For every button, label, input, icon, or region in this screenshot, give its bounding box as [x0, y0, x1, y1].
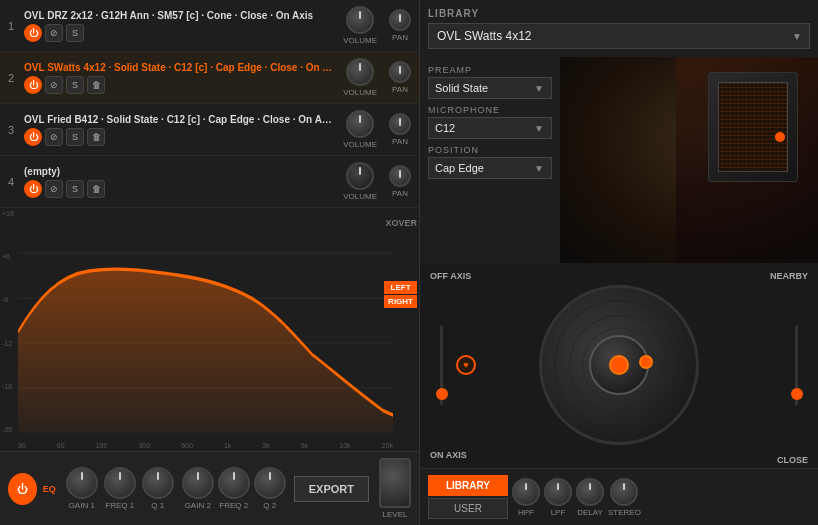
- position-group: POSITION Cap Edge ▼: [428, 145, 552, 179]
- preamp-select-wrapper: Solid State ▼: [428, 77, 552, 99]
- volume-knob[interactable]: [346, 162, 374, 190]
- library-dropdown[interactable]: OVL SWatts 4x12: [428, 23, 810, 49]
- track-power-button[interactable]: ⏻: [24, 76, 42, 94]
- track-mute-button[interactable]: ⊘: [45, 128, 63, 146]
- right-button[interactable]: RIGHT: [384, 295, 417, 308]
- volume-label: VOLUME: [343, 140, 377, 149]
- stereo-knob[interactable]: [610, 478, 638, 506]
- track-number: 1: [8, 20, 20, 32]
- axis-slider-thumb[interactable]: [436, 388, 448, 400]
- gain1-label: GAIN 1: [69, 501, 95, 510]
- gain2-label: GAIN 2: [185, 501, 211, 510]
- mic-select-wrapper: C12 ▼: [428, 117, 552, 139]
- track-knob-group: VOLUME PAN: [339, 110, 411, 149]
- track-row-active: 2 OVL SWatts 4x12 · Solid State · C12 [c…: [0, 52, 419, 104]
- speaker-grille: [718, 82, 788, 172]
- track-knob-group: VOLUME PAN: [339, 6, 411, 45]
- position-label: POSITION: [428, 145, 552, 155]
- track-controls: ⏻ ⊘ S 🗑: [24, 180, 335, 198]
- gain1-knob[interactable]: [66, 467, 98, 499]
- microphone-dropdown[interactable]: C12: [428, 117, 552, 139]
- track-info: OVL SWatts 4x12 · Solid State · C12 [c] …: [24, 62, 335, 94]
- track-row: 1 OVL DRZ 2x12 · G12H Ann · SM57 [c] · C…: [0, 0, 419, 52]
- mic-dot-indicator: [639, 355, 653, 369]
- mic-icon: ♥: [463, 360, 468, 370]
- pan-label: PAN: [392, 137, 408, 146]
- pan-knob[interactable]: [389, 61, 411, 83]
- speaker-cabinet-image: [560, 57, 818, 263]
- volume-knob[interactable]: [346, 58, 374, 86]
- track-mute-button[interactable]: ⊘: [45, 76, 63, 94]
- speaker-cone[interactable]: [539, 285, 699, 445]
- volume-knob[interactable]: [346, 110, 374, 138]
- track-power-button[interactable]: ⏻: [24, 128, 42, 146]
- eq-section: +18 +6 -6 -12 -18 -36 30 60 100 300 600 …: [0, 208, 419, 525]
- export-button[interactable]: EXPORT: [294, 476, 369, 502]
- track-power-button[interactable]: ⏻: [24, 24, 42, 42]
- user-button[interactable]: USER: [428, 498, 508, 519]
- close-label: CLOSE: [777, 455, 808, 465]
- track-delete-button[interactable]: 🗑: [87, 128, 105, 146]
- freq1-knob[interactable]: [104, 467, 136, 499]
- eq-power-button[interactable]: ⏻: [8, 473, 37, 505]
- library-select-wrapper: OVL SWatts 4x12 ▼: [428, 23, 810, 49]
- library-user-buttons: LIBRARY USER: [428, 475, 508, 519]
- mic-icon-circle: ♥: [456, 355, 476, 375]
- freq-label: 300: [138, 442, 150, 449]
- left-button[interactable]: LEFT: [384, 281, 417, 294]
- track-power-button[interactable]: ⏻: [24, 180, 42, 198]
- speaker-params: PREAMP Solid State ▼ MICROPHONE C12 ▼: [420, 57, 560, 263]
- track-solo-button[interactable]: S: [66, 24, 84, 42]
- proximity-slider-thumb[interactable]: [791, 388, 803, 400]
- track-name-empty: (empty): [24, 166, 335, 177]
- track-delete-button[interactable]: 🗑: [87, 180, 105, 198]
- freq2-knob[interactable]: [218, 467, 250, 499]
- track-mute-button[interactable]: ⊘: [45, 24, 63, 42]
- track-solo-button[interactable]: S: [66, 180, 84, 198]
- db-label: +18: [2, 210, 14, 217]
- freq-label: 30: [18, 442, 26, 449]
- xover-label: XOVER: [385, 212, 417, 230]
- q1-knob[interactable]: [142, 467, 174, 499]
- proximity-slider-col: [795, 325, 798, 405]
- q2-knob[interactable]: [254, 467, 286, 499]
- track-solo-button[interactable]: S: [66, 128, 84, 146]
- pan-knob[interactable]: [389, 113, 411, 135]
- track-name: OVL Fried B412 · Solid State · C12 [c] ·…: [24, 114, 335, 125]
- preamp-group: PREAMP Solid State ▼: [428, 65, 552, 99]
- mic-placement-dot[interactable]: [639, 355, 653, 369]
- track-mute-button[interactable]: ⊘: [45, 180, 63, 198]
- hpf-knob[interactable]: [512, 478, 540, 506]
- level-knob[interactable]: [379, 458, 411, 508]
- pan-knob[interactable]: [389, 165, 411, 187]
- axis-slider-track[interactable]: [440, 325, 443, 405]
- freq2-label: FREQ 2: [219, 501, 248, 510]
- track-solo-button[interactable]: S: [66, 76, 84, 94]
- level-label: LEVEL: [383, 510, 408, 519]
- library-button[interactable]: LIBRARY: [428, 475, 508, 496]
- gain1-col: GAIN 1: [66, 467, 98, 510]
- position-dropdown[interactable]: Cap Edge: [428, 157, 552, 179]
- pan-knob[interactable]: [389, 9, 411, 31]
- volume-knob-group: VOLUME: [343, 110, 377, 149]
- track-delete-button[interactable]: 🗑: [87, 76, 105, 94]
- bottom-controls: LIBRARY USER HPF LPF DELAY STEREO: [420, 468, 818, 525]
- freq-labels: 30 60 100 300 600 1k 3k 6k 10k 20k: [18, 442, 393, 449]
- track-number: 3: [8, 124, 20, 136]
- volume-knob[interactable]: [346, 6, 374, 34]
- freq1-label: FREQ 1: [105, 501, 134, 510]
- track-knob-group: VOLUME PAN: [339, 162, 411, 201]
- volume-label: VOLUME: [343, 192, 377, 201]
- freq-label: 3k: [262, 442, 269, 449]
- volume-knob-group: VOLUME: [343, 58, 377, 97]
- delay-knob[interactable]: [576, 478, 604, 506]
- lpf-knob[interactable]: [544, 478, 572, 506]
- track-controls: ⏻ ⊘ S: [24, 24, 335, 42]
- track-name-active: OVL SWatts 4x12 · Solid State · C12 [c] …: [24, 62, 335, 73]
- preamp-dropdown[interactable]: Solid State: [428, 77, 552, 99]
- gain2-knob[interactable]: [182, 467, 214, 499]
- lpf-label: LPF: [551, 508, 566, 517]
- db-labels: +18 +6 -6 -12 -18 -36: [2, 210, 14, 433]
- proximity-slider-track[interactable]: [795, 325, 798, 405]
- pan-knob-group: PAN: [389, 113, 411, 146]
